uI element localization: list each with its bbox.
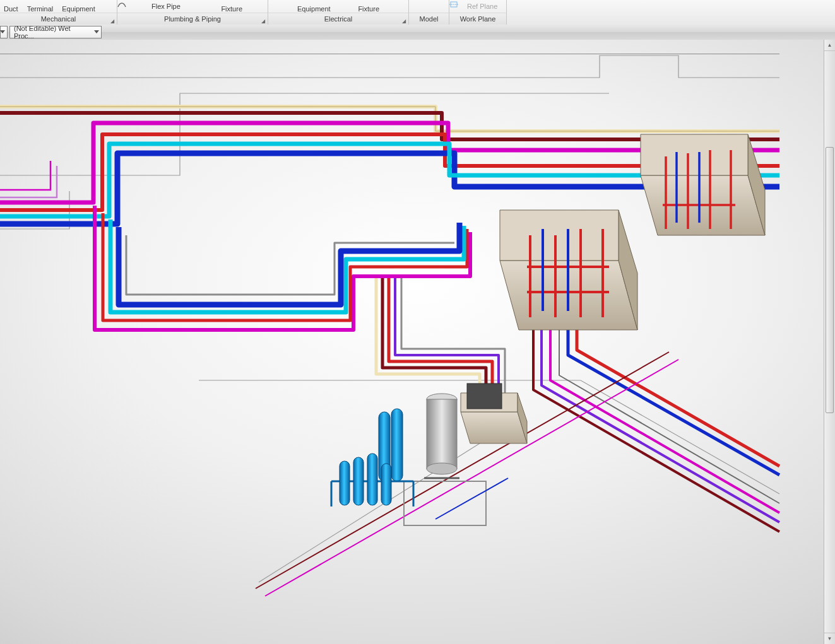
svg-marker-4 (500, 210, 619, 261)
duct-button[interactable]: Duct (4, 0, 18, 13)
svg-marker-8 (461, 412, 527, 443)
panel-workplane-title: Work Plane (460, 15, 496, 23)
panel-model: Model (409, 0, 449, 25)
ref-plane-icon (456, 2, 465, 11)
panel-plumbing: Flex Pipe Fixture Plumbing & Piping◢ (117, 0, 268, 25)
scroll-down-icon[interactable]: ▼ (824, 633, 835, 644)
svg-rect-17 (391, 409, 403, 481)
options-bar: (Not Editable) Wet Proc... (0, 25, 835, 40)
svg-rect-19 (353, 457, 364, 505)
view-selector[interactable]: (Not Editable) Wet Proc... (9, 26, 102, 38)
scroll-up-icon[interactable]: ▲ (824, 40, 835, 51)
svg-point-14 (427, 463, 457, 474)
panel-mechanical-title: Mechanical (41, 15, 76, 23)
vertical-scrollbar[interactable]: ▲ ▼ (824, 40, 835, 644)
panel-plumbing-title: Plumbing & Piping (164, 15, 221, 23)
svg-rect-21 (381, 464, 391, 505)
scrollbar-thumb[interactable] (826, 147, 834, 413)
flex-pipe-label: Flex Pipe (151, 3, 181, 10)
model-viewport[interactable]: ▲ ▼ (0, 40, 835, 644)
receiver-tank (424, 394, 459, 478)
svg-rect-11 (467, 383, 502, 409)
svg-rect-13 (427, 399, 457, 469)
view-selector-label: (Not Editable) Wet Proc... (14, 25, 91, 40)
ribbon: Duct Terminal Equipment Mechanical◢ Flex… (0, 0, 835, 25)
plumbing-fixture-button[interactable]: Fixture (221, 0, 242, 13)
flex-pipe-icon (140, 2, 149, 11)
panel-workplane: Ref Plane Work Plane (449, 0, 507, 25)
ref-plane-label: Ref Plane (467, 3, 497, 10)
chevron-down-icon (94, 30, 99, 33)
lighting-fixture-button[interactable]: Fixture (358, 0, 379, 13)
svg-rect-20 (367, 454, 377, 505)
pipe-model-drawing (0, 40, 824, 644)
panel-mechanical: Duct Terminal Equipment Mechanical◢ (0, 0, 117, 25)
ref-plane-button[interactable]: Ref Plane (456, 2, 497, 11)
flex-pipe-button[interactable]: Flex Pipe (140, 2, 181, 11)
svg-rect-18 (340, 461, 350, 505)
equipment-unit-1 (500, 210, 637, 330)
cylinder-bank (331, 409, 413, 506)
equipment-small (461, 383, 527, 443)
panel-model-title: Model (420, 15, 439, 23)
air-terminal-button[interactable]: Terminal (27, 0, 54, 13)
panel-electrical: Equipment Fixture Electrical◢ (268, 0, 409, 25)
equipment-unit-2 (641, 134, 765, 235)
panel-electrical-title: Electrical (324, 15, 353, 23)
mech-equipment-button[interactable]: Equipment (62, 0, 95, 13)
elec-equipment-button[interactable]: Equipment (297, 0, 331, 13)
chevron-down-icon (0, 30, 5, 33)
type-selector-small[interactable] (0, 26, 8, 38)
